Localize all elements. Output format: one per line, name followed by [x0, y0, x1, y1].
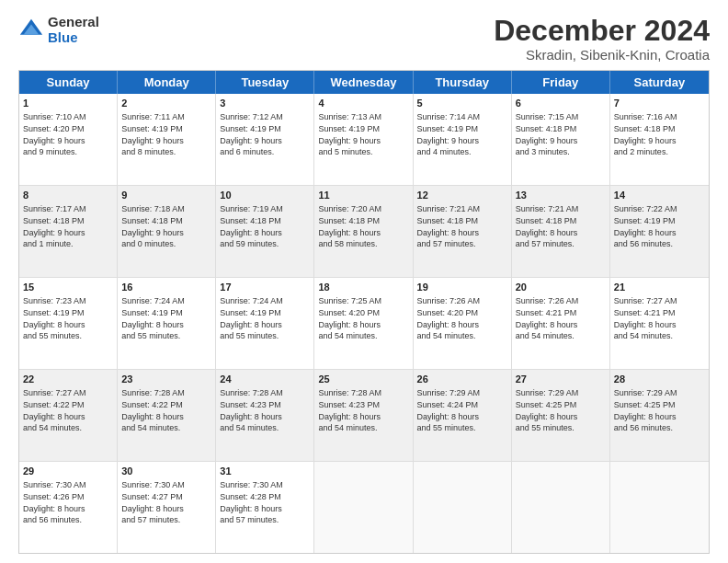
- cell-details: Sunrise: 7:10 AM Sunset: 4:20 PM Dayligh…: [23, 112, 86, 156]
- day-number: 31: [220, 465, 310, 478]
- day-number: 20: [516, 281, 606, 294]
- cell-details: Sunrise: 7:23 AM Sunset: 4:19 PM Dayligh…: [23, 296, 86, 340]
- day-number: 12: [417, 189, 507, 202]
- day-number: 22: [23, 373, 113, 386]
- calendar-cell: 17Sunrise: 7:24 AM Sunset: 4:19 PM Dayli…: [216, 278, 314, 369]
- cell-details: Sunrise: 7:27 AM Sunset: 4:21 PM Dayligh…: [614, 296, 677, 340]
- main-title: December 2024: [494, 15, 710, 47]
- day-number: 7: [614, 97, 705, 110]
- calendar-day-header: Tuesday: [216, 71, 314, 94]
- calendar-cell: 31Sunrise: 7:30 AM Sunset: 4:28 PM Dayli…: [216, 462, 314, 553]
- calendar-day-header: Friday: [512, 71, 610, 94]
- calendar-cell: 2Sunrise: 7:11 AM Sunset: 4:19 PM Daylig…: [118, 94, 216, 185]
- day-number: 24: [220, 373, 310, 386]
- logo-blue: Blue: [48, 30, 99, 46]
- calendar-cell: 21Sunrise: 7:27 AM Sunset: 4:21 PM Dayli…: [610, 278, 709, 369]
- cell-details: Sunrise: 7:12 AM Sunset: 4:19 PM Dayligh…: [220, 112, 283, 156]
- calendar-day-header: Monday: [118, 71, 216, 94]
- calendar-cell: 11Sunrise: 7:20 AM Sunset: 4:18 PM Dayli…: [314, 186, 413, 277]
- calendar-week-row: 1Sunrise: 7:10 AM Sunset: 4:20 PM Daylig…: [19, 94, 709, 185]
- calendar-cell: [314, 462, 413, 553]
- cell-details: Sunrise: 7:17 AM Sunset: 4:18 PM Dayligh…: [23, 204, 86, 248]
- calendar-cell: 18Sunrise: 7:25 AM Sunset: 4:20 PM Dayli…: [314, 278, 413, 369]
- day-number: 23: [121, 373, 211, 386]
- cell-details: Sunrise: 7:18 AM Sunset: 4:18 PM Dayligh…: [121, 204, 185, 248]
- cell-details: Sunrise: 7:13 AM Sunset: 4:19 PM Dayligh…: [318, 112, 381, 156]
- cell-details: Sunrise: 7:26 AM Sunset: 4:20 PM Dayligh…: [417, 296, 481, 340]
- day-number: 25: [318, 373, 408, 386]
- cell-details: Sunrise: 7:21 AM Sunset: 4:18 PM Dayligh…: [417, 204, 481, 248]
- day-number: 19: [417, 281, 507, 294]
- logo-icon: [18, 17, 44, 43]
- calendar-cell: 26Sunrise: 7:29 AM Sunset: 4:24 PM Dayli…: [414, 370, 512, 461]
- day-number: 29: [23, 465, 113, 478]
- calendar-day-header: Sunday: [19, 71, 118, 94]
- cell-details: Sunrise: 7:11 AM Sunset: 4:19 PM Dayligh…: [121, 112, 185, 156]
- calendar: SundayMondayTuesdayWednesdayThursdayFrid…: [18, 70, 710, 554]
- day-number: 10: [220, 189, 310, 202]
- day-number: 9: [121, 189, 211, 202]
- cell-details: Sunrise: 7:28 AM Sunset: 4:23 PM Dayligh…: [220, 388, 283, 432]
- cell-details: Sunrise: 7:29 AM Sunset: 4:25 PM Dayligh…: [614, 388, 677, 432]
- calendar-cell: 8Sunrise: 7:17 AM Sunset: 4:18 PM Daylig…: [19, 186, 118, 277]
- calendar-cell: [610, 462, 709, 553]
- calendar-cell: 15Sunrise: 7:23 AM Sunset: 4:19 PM Dayli…: [19, 278, 118, 369]
- cell-details: Sunrise: 7:16 AM Sunset: 4:18 PM Dayligh…: [614, 112, 677, 156]
- cell-details: Sunrise: 7:30 AM Sunset: 4:27 PM Dayligh…: [121, 480, 185, 524]
- calendar-week-row: 22Sunrise: 7:27 AM Sunset: 4:22 PM Dayli…: [19, 369, 709, 461]
- calendar-cell: 14Sunrise: 7:22 AM Sunset: 4:19 PM Dayli…: [610, 186, 709, 277]
- calendar-cell: 22Sunrise: 7:27 AM Sunset: 4:22 PM Dayli…: [19, 370, 118, 461]
- calendar-cell: 30Sunrise: 7:30 AM Sunset: 4:27 PM Dayli…: [118, 462, 216, 553]
- day-number: 28: [614, 373, 705, 386]
- calendar-cell: 20Sunrise: 7:26 AM Sunset: 4:21 PM Dayli…: [512, 278, 610, 369]
- day-number: 6: [516, 97, 606, 110]
- cell-details: Sunrise: 7:14 AM Sunset: 4:19 PM Dayligh…: [417, 112, 481, 156]
- title-block: December 2024 Skradin, Sibenik-Knin, Cro…: [494, 15, 710, 63]
- cell-details: Sunrise: 7:24 AM Sunset: 4:19 PM Dayligh…: [220, 296, 283, 340]
- day-number: 13: [516, 189, 606, 202]
- calendar-cell: 6Sunrise: 7:15 AM Sunset: 4:18 PM Daylig…: [512, 94, 610, 185]
- calendar-cell: 1Sunrise: 7:10 AM Sunset: 4:20 PM Daylig…: [19, 94, 118, 185]
- calendar-week-row: 15Sunrise: 7:23 AM Sunset: 4:19 PM Dayli…: [19, 277, 709, 369]
- calendar-cell: 23Sunrise: 7:28 AM Sunset: 4:22 PM Dayli…: [118, 370, 216, 461]
- calendar-day-header: Saturday: [610, 71, 709, 94]
- calendar-cell: 10Sunrise: 7:19 AM Sunset: 4:18 PM Dayli…: [216, 186, 314, 277]
- cell-details: Sunrise: 7:24 AM Sunset: 4:19 PM Dayligh…: [121, 296, 185, 340]
- calendar-header: SundayMondayTuesdayWednesdayThursdayFrid…: [19, 71, 709, 94]
- cell-details: Sunrise: 7:28 AM Sunset: 4:22 PM Dayligh…: [121, 388, 185, 432]
- day-number: 27: [516, 373, 606, 386]
- day-number: 1: [23, 97, 113, 110]
- calendar-cell: 13Sunrise: 7:21 AM Sunset: 4:18 PM Dayli…: [512, 186, 610, 277]
- calendar-cell: 28Sunrise: 7:29 AM Sunset: 4:25 PM Dayli…: [610, 370, 709, 461]
- day-number: 21: [614, 281, 705, 294]
- cell-details: Sunrise: 7:25 AM Sunset: 4:20 PM Dayligh…: [318, 296, 381, 340]
- day-number: 18: [318, 281, 408, 294]
- day-number: 26: [417, 373, 507, 386]
- day-number: 14: [614, 189, 705, 202]
- calendar-cell: 9Sunrise: 7:18 AM Sunset: 4:18 PM Daylig…: [118, 186, 216, 277]
- day-number: 15: [23, 281, 113, 294]
- calendar-cell: 3Sunrise: 7:12 AM Sunset: 4:19 PM Daylig…: [216, 94, 314, 185]
- day-number: 11: [318, 189, 408, 202]
- calendar-day-header: Thursday: [414, 71, 512, 94]
- calendar-cell: 25Sunrise: 7:28 AM Sunset: 4:23 PM Dayli…: [314, 370, 413, 461]
- subtitle: Skradin, Sibenik-Knin, Croatia: [494, 47, 710, 63]
- cell-details: Sunrise: 7:15 AM Sunset: 4:18 PM Dayligh…: [516, 112, 579, 156]
- calendar-week-row: 29Sunrise: 7:30 AM Sunset: 4:26 PM Dayli…: [19, 461, 709, 553]
- calendar-body: 1Sunrise: 7:10 AM Sunset: 4:20 PM Daylig…: [19, 94, 709, 553]
- calendar-cell: 5Sunrise: 7:14 AM Sunset: 4:19 PM Daylig…: [414, 94, 512, 185]
- calendar-cell: 4Sunrise: 7:13 AM Sunset: 4:19 PM Daylig…: [314, 94, 413, 185]
- day-number: 5: [417, 97, 507, 110]
- cell-details: Sunrise: 7:29 AM Sunset: 4:24 PM Dayligh…: [417, 388, 481, 432]
- day-number: 4: [318, 97, 408, 110]
- cell-details: Sunrise: 7:21 AM Sunset: 4:18 PM Dayligh…: [516, 204, 579, 248]
- cell-details: Sunrise: 7:30 AM Sunset: 4:26 PM Dayligh…: [23, 480, 86, 524]
- calendar-cell: 19Sunrise: 7:26 AM Sunset: 4:20 PM Dayli…: [414, 278, 512, 369]
- calendar-cell: 29Sunrise: 7:30 AM Sunset: 4:26 PM Dayli…: [19, 462, 118, 553]
- cell-details: Sunrise: 7:20 AM Sunset: 4:18 PM Dayligh…: [318, 204, 381, 248]
- day-number: 17: [220, 281, 310, 294]
- day-number: 2: [121, 97, 211, 110]
- day-number: 16: [121, 281, 211, 294]
- cell-details: Sunrise: 7:29 AM Sunset: 4:25 PM Dayligh…: [516, 388, 579, 432]
- calendar-cell: 7Sunrise: 7:16 AM Sunset: 4:18 PM Daylig…: [610, 94, 709, 185]
